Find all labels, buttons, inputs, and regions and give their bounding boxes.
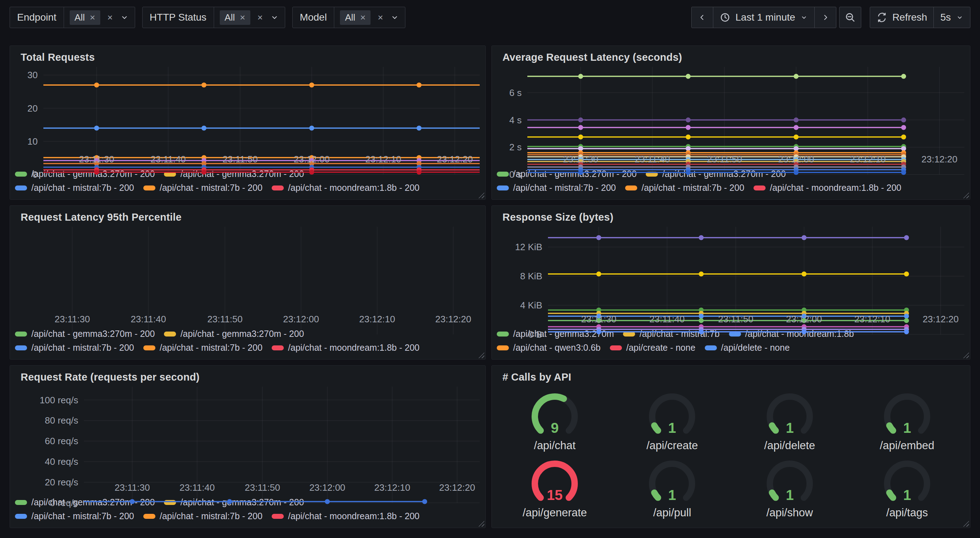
legend-item[interactable]: /api/chat - mistral:7b - 200 [15,183,134,193]
chart-plot-area[interactable] [43,67,480,150]
chevron-down-icon[interactable] [270,13,279,22]
gauge-value: 1 [668,420,676,436]
chart-plot-area[interactable] [16,227,480,310]
x-tick-label: 23:12:10 [374,482,410,493]
gauge: 9/api/chat [523,390,587,452]
filter-http-status[interactable]: HTTP Status All × × [142,7,285,28]
chip-remove-icon[interactable]: × [360,13,366,22]
filter-value[interactable]: All × × [334,7,405,28]
legend-item[interactable]: /api/chat - mistral:7b - 200 [625,183,744,193]
filter-label: Endpoint [10,7,64,28]
legend-item[interactable]: /api/chat - mistral:7b - 200 [15,343,134,353]
filter-model[interactable]: Model All × × [292,7,406,28]
x-tick-label: 23:11:50 [207,314,242,325]
panel-total-requests: Total Requests 0102030 23:11:3023:11:402… [10,46,486,200]
gauge: 15/api/generate [523,457,587,519]
gauge-value: 1 [903,487,911,503]
time-range-picker-button[interactable]: Last 1 minute [713,7,815,28]
legend-series-color-icon [497,171,509,177]
legend-item[interactable]: /api/chat - mistral:7b - 200 [143,511,262,521]
panel-title[interactable]: Request Rate (requests per second) [10,366,485,384]
legend-item[interactable]: /api/delete - none [705,343,790,353]
legend-item[interactable]: /api/chat - moondream:1.8b - 200 [754,183,901,193]
chart-plot-area[interactable] [527,67,964,150]
y-axis-labels: 0 B4 KiB8 KiB12 KiB [498,227,548,310]
gauge: 1/api/delete [758,390,822,452]
legend-item[interactable]: /api/chat - moondream:1.8b - 200 [272,511,420,521]
chip-remove-icon[interactable]: × [240,13,245,22]
filter-value[interactable]: All × × [214,7,285,28]
gauge-label: /api/show [766,506,813,519]
legend-item[interactable]: /api/chat - qwen3:0.6b [497,343,601,353]
legend-item[interactable]: /api/chat - mistral:7b - 200 [143,183,262,193]
panel-title[interactable]: Response Size (bytes) [492,206,970,225]
legend-series-name: /api/chat - moondream:1.8b - 200 [288,343,420,353]
x-tick-label: 23:12:10 [365,154,401,165]
gauge-label: /api/delete [764,439,815,452]
legend-series-color-icon [497,186,509,190]
x-tick-label: 23:12:00 [294,154,329,165]
time-shift-forward-button[interactable] [815,7,836,28]
legend-series-name: /api/chat - moondream:1.8b - 200 [288,511,420,521]
y-tick-label: 4 KiB [520,300,542,311]
x-tick-label: 23:12:20 [439,482,475,493]
chart-plot-area[interactable] [84,387,480,479]
panel-title[interactable]: Total Requests [10,46,485,65]
panel-title[interactable]: Request Latency 95th Percentile [10,206,485,225]
filter-chip[interactable]: All × [340,10,371,25]
legend-series-color-icon [15,500,27,505]
legend-item[interactable]: /api/chat - moondream:1.8b - 200 [272,343,420,353]
filter-endpoint[interactable]: Endpoint All × × [10,7,135,28]
zoom-out-button[interactable] [839,7,861,28]
x-tick-label: 23:12:00 [778,154,814,165]
time-shift-back-button[interactable] [692,7,713,28]
clear-selection-icon[interactable]: × [107,13,113,22]
time-series-chart: 0 req/s20 req/s40 req/s60 req/s80 req/s1… [10,384,485,495]
chart-plot-area[interactable] [548,227,964,310]
legend-series-name: /api/chat - mistral:7b - 200 [641,183,744,193]
y-tick-label: 100 req/s [40,394,78,405]
gauge-value: 1 [786,420,794,436]
x-axis-labels: 23:11:3023:11:4023:11:5023:12:0023:12:10… [498,150,964,167]
time-series-chart: 0 s2 s4 s6 s 23:11:3023:11:4023:11:5023:… [492,65,970,167]
y-tick-label: 20 [27,103,38,114]
legend-item[interactable]: /api/chat - mistral:7b - 200 [143,343,262,353]
clear-selection-icon[interactable]: × [258,13,263,22]
gauge-value: 1 [786,487,794,503]
chevron-down-icon [800,14,808,21]
chip-remove-icon[interactable]: × [90,13,95,22]
legend-item[interactable]: /api/chat - mistral:7b - 200 [497,183,616,193]
legend-item[interactable]: /api/create - none [610,343,695,353]
y-tick-label: 12 KiB [515,242,542,253]
gauge-arc: 1 [640,390,704,440]
clear-selection-icon[interactable]: × [378,13,383,22]
x-axis-labels: 23:11:3023:11:4023:11:5023:12:0023:12:10… [16,150,480,167]
gauge-arc: 15 [523,457,587,507]
legend-item[interactable]: /api/chat - moondream:1.8b - 200 [272,183,420,193]
filter-chip[interactable]: All × [220,10,250,25]
legend-series-name: /api/chat - mistral:7b - 200 [31,343,134,353]
legend-item[interactable]: /api/chat - mistral:7b - 200 [15,511,134,521]
filter-value[interactable]: All × × [64,7,135,28]
x-tick-label: 23:11:30 [115,482,150,493]
legend-series-color-icon [143,345,155,351]
panel-title[interactable]: Average Request Latency (seconds) [492,46,970,65]
y-tick-label: 0 B [528,329,542,340]
panel-calls-by-api: # Calls by API 9/api/chat1/api/create1/a… [492,365,970,528]
chevron-left-icon [698,13,706,22]
time-series-chart: 23:11:3023:11:4023:11:5023:12:0023:12:10… [10,225,485,327]
time-range-label: Last 1 minute [735,12,795,23]
chevron-down-icon [956,14,964,21]
legend-series-name: /api/create - none [626,343,695,353]
refresh-button[interactable]: Refresh [870,7,934,28]
chevron-down-icon[interactable] [120,13,129,22]
filter-chip[interactable]: All × [70,10,100,25]
x-tick-label: 23:12:20 [923,314,959,325]
panel-title[interactable]: # Calls by API [492,366,970,384]
refresh-interval-button[interactable]: 5s [934,7,970,28]
legend-series-color-icon [15,186,27,190]
gauge-arc: 1 [758,390,822,440]
x-tick-label: 23:11:40 [150,154,186,165]
chevron-down-icon[interactable] [390,13,399,22]
legend-series-color-icon [15,171,27,177]
